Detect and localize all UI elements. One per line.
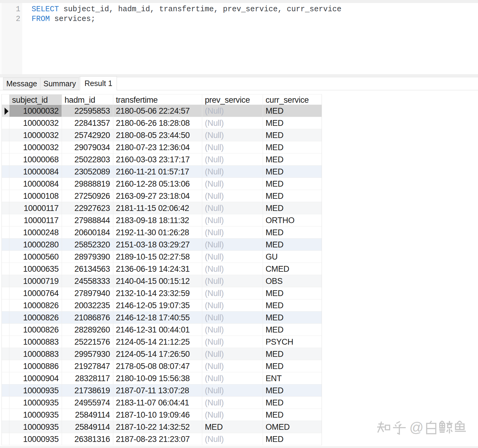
svg-text:@: @	[409, 421, 424, 435]
